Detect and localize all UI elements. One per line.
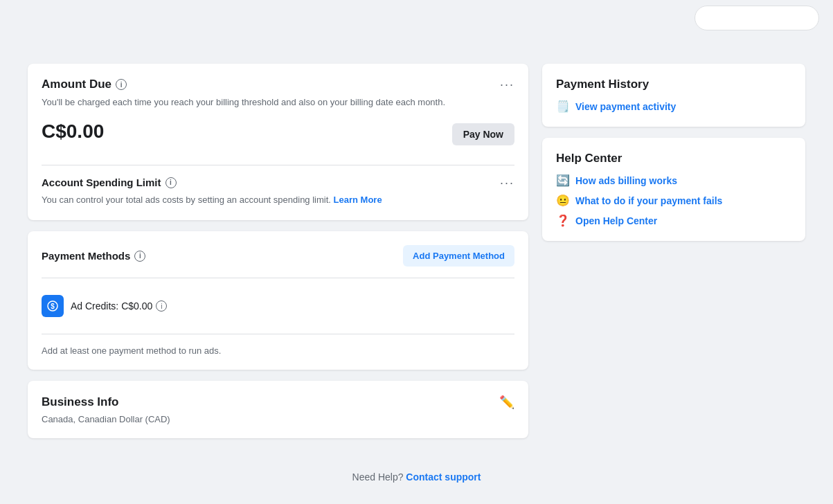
- divider-3: [42, 334, 514, 334]
- footer: Need Help? Contact support: [0, 471, 833, 496]
- payment-history-title: Payment History: [556, 78, 791, 91]
- amount-value: C$0.00: [42, 120, 514, 143]
- business-info-header: Business Info ✏️: [42, 395, 514, 410]
- divider-2: [42, 278, 514, 278]
- right-column: Payment History 🗒️ View payment activity…: [542, 64, 805, 438]
- pay-now-button[interactable]: Pay Now: [452, 123, 514, 145]
- how-ads-billing-works-link[interactable]: 🔄 How ads billing works: [556, 174, 791, 187]
- payment-history-card: Payment History 🗒️ View payment activity: [542, 64, 805, 127]
- search-bar[interactable]: [695, 6, 819, 30]
- payment-fails-icon: 😐: [556, 194, 570, 207]
- svg-text:$: $: [51, 303, 55, 310]
- spending-limit-more-icon[interactable]: ···: [500, 177, 514, 189]
- payment-methods-title-text: Payment Methods: [42, 250, 130, 262]
- payment-notice: Add at least one payment method to run a…: [42, 345, 514, 356]
- business-info-title-text: Business Info: [42, 395, 118, 409]
- ad-credits-label: Ad Credits: C$0.00 i: [71, 300, 167, 312]
- amount-due-description: You'll be charged each time you reach yo…: [42, 96, 514, 109]
- amount-due-card: Amount Due i ··· You'll be charged each …: [28, 64, 528, 220]
- business-info-card: Business Info ✏️ Canada, Canadian Dollar…: [28, 381, 528, 438]
- payment-methods-info-icon[interactable]: i: [134, 251, 145, 262]
- edit-business-info-icon[interactable]: ✏️: [499, 395, 514, 410]
- payment-methods-title: Payment Methods i: [42, 250, 145, 262]
- amount-due-header: Amount Due i ···: [42, 78, 514, 91]
- learn-more-link[interactable]: Learn More: [334, 195, 382, 205]
- help-center-title: Help Center: [556, 152, 791, 165]
- top-bar: [0, 0, 833, 36]
- help-links: 🔄 How ads billing works 😐 What to do if …: [556, 174, 791, 227]
- business-info-title: Business Info: [42, 395, 118, 409]
- payment-fails-label: What to do if your payment fails: [575, 195, 722, 206]
- divider-1: [42, 165, 514, 165]
- contact-support-link[interactable]: Contact support: [406, 471, 481, 483]
- view-payment-activity-link[interactable]: 🗒️ View payment activity: [556, 100, 791, 113]
- amount-due-title: Amount Due i: [42, 78, 127, 91]
- ad-credits-info-icon[interactable]: i: [156, 300, 167, 312]
- footer-text: Need Help?: [352, 471, 404, 483]
- help-center-icon: ❓: [556, 214, 570, 227]
- spending-limit-description: You can control your total ads costs by …: [42, 193, 514, 207]
- billing-works-label: How ads billing works: [575, 175, 677, 186]
- spending-limit-title-text: Account Spending Limit: [42, 177, 161, 188]
- amount-due-more-icon[interactable]: ···: [500, 78, 514, 91]
- ad-credits-icon: $: [42, 295, 64, 317]
- open-help-center-label: Open Help Center: [575, 215, 657, 226]
- ad-credits-text: Ad Credits: C$0.00: [71, 300, 152, 312]
- amount-due-info-icon[interactable]: i: [116, 79, 127, 90]
- amount-row: C$0.00 Pay Now: [42, 120, 514, 154]
- spending-limit-desc-text: You can control your total ads costs by …: [42, 195, 331, 205]
- spending-limit-title: Account Spending Limit i: [42, 177, 177, 188]
- payment-methods-card: Payment Methods i Add Payment Method $ A…: [28, 231, 528, 370]
- payment-fails-link[interactable]: 😐 What to do if your payment fails: [556, 194, 791, 207]
- amount-due-title-text: Amount Due: [42, 78, 111, 91]
- add-payment-method-button[interactable]: Add Payment Method: [403, 245, 514, 267]
- business-info-text: Canada, Canadian Dollar (CAD): [42, 414, 514, 424]
- view-payment-activity-label: View payment activity: [575, 101, 676, 112]
- payment-activity-icon: 🗒️: [556, 100, 570, 113]
- help-center-card: Help Center 🔄 How ads billing works 😐 Wh…: [542, 138, 805, 241]
- payment-methods-header: Payment Methods i Add Payment Method: [42, 245, 514, 267]
- page-wrapper: Amount Due i ··· You'll be charged each …: [0, 36, 833, 466]
- spending-limit-header: Account Spending Limit i ···: [42, 177, 514, 189]
- open-help-center-link[interactable]: ❓ Open Help Center: [556, 214, 791, 227]
- spending-limit-info-icon[interactable]: i: [165, 177, 177, 188]
- ad-credits-item: $ Ad Credits: C$0.00 i: [42, 289, 514, 323]
- billing-works-icon: 🔄: [556, 174, 570, 187]
- left-column: Amount Due i ··· You'll be charged each …: [28, 64, 528, 438]
